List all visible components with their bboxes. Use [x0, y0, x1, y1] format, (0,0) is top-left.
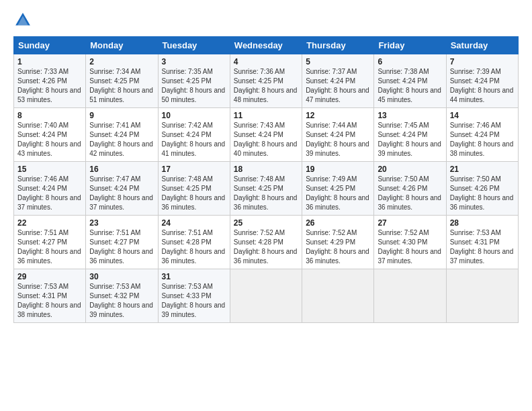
calendar-body: 1 Sunrise: 7:33 AMSunset: 4:26 PMDayligh…: [14, 54, 519, 323]
calendar-cell: 2 Sunrise: 7:34 AMSunset: 4:25 PMDayligh…: [86, 54, 158, 108]
calendar-header-wednesday: Wednesday: [230, 37, 302, 54]
day-number: 31: [162, 272, 226, 281]
day-number: 30: [89, 272, 154, 281]
day-info: Sunrise: 7:46 AMSunset: 4:24 PMDaylight:…: [17, 175, 81, 211]
calendar-cell: 20 Sunrise: 7:50 AMSunset: 4:26 PMDaylig…: [374, 162, 446, 216]
day-number: 20: [378, 165, 442, 174]
day-number: 7: [450, 57, 515, 66]
day-number: 24: [162, 218, 226, 228]
day-info: Sunrise: 7:50 AMSunset: 4:26 PMDaylight:…: [378, 175, 441, 211]
calendar-week-3: 15 Sunrise: 7:46 AMSunset: 4:24 PMDaylig…: [14, 162, 519, 216]
calendar-cell: 1 Sunrise: 7:33 AMSunset: 4:26 PMDayligh…: [14, 54, 86, 108]
day-number: 21: [450, 165, 515, 174]
calendar-cell: 13 Sunrise: 7:45 AMSunset: 4:24 PMDaylig…: [374, 108, 446, 162]
day-info: Sunrise: 7:34 AMSunset: 4:25 PMDaylight:…: [89, 68, 153, 103]
calendar-header-tuesday: Tuesday: [158, 37, 230, 54]
day-number: 26: [306, 218, 370, 228]
day-info: Sunrise: 7:52 AMSunset: 4:30 PMDaylight:…: [378, 229, 441, 265]
logo-icon: [13, 11, 32, 30]
day-number: 2: [89, 57, 154, 66]
day-number: 1: [17, 57, 82, 66]
day-info: Sunrise: 7:46 AMSunset: 4:24 PMDaylight:…: [450, 122, 514, 157]
calendar-cell: 19 Sunrise: 7:49 AMSunset: 4:25 PMDaylig…: [302, 162, 374, 216]
calendar-cell: 26 Sunrise: 7:52 AMSunset: 4:29 PMDaylig…: [302, 216, 374, 269]
day-number: 8: [17, 111, 82, 120]
day-number: 25: [234, 218, 298, 228]
day-info: Sunrise: 7:53 AMSunset: 4:32 PMDaylight:…: [89, 283, 153, 318]
day-number: 11: [234, 111, 298, 120]
calendar-table: SundayMondayTuesdayWednesdayThursdayFrid…: [13, 36, 519, 323]
day-info: Sunrise: 7:50 AMSunset: 4:26 PMDaylight:…: [450, 175, 514, 211]
day-info: Sunrise: 7:51 AMSunset: 4:28 PMDaylight:…: [162, 229, 226, 265]
day-info: Sunrise: 7:48 AMSunset: 4:25 PMDaylight:…: [162, 175, 226, 211]
day-info: Sunrise: 7:43 AMSunset: 4:24 PMDaylight:…: [234, 122, 298, 157]
day-info: Sunrise: 7:52 AMSunset: 4:28 PMDaylight:…: [234, 229, 298, 265]
calendar-cell: 4 Sunrise: 7:36 AMSunset: 4:25 PMDayligh…: [230, 54, 302, 108]
day-info: Sunrise: 7:49 AMSunset: 4:25 PMDaylight:…: [306, 175, 369, 211]
calendar-cell: 23 Sunrise: 7:51 AMSunset: 4:27 PMDaylig…: [86, 216, 158, 269]
day-number: 22: [17, 218, 82, 228]
calendar-cell: 5 Sunrise: 7:37 AMSunset: 4:24 PMDayligh…: [302, 54, 374, 108]
day-info: Sunrise: 7:45 AMSunset: 4:24 PMDaylight:…: [378, 122, 441, 157]
day-info: Sunrise: 7:36 AMSunset: 4:25 PMDaylight:…: [234, 68, 298, 103]
day-number: 13: [378, 111, 442, 120]
calendar-cell: 15 Sunrise: 7:46 AMSunset: 4:24 PMDaylig…: [14, 162, 86, 216]
calendar-cell: 17 Sunrise: 7:48 AMSunset: 4:25 PMDaylig…: [158, 162, 230, 216]
calendar-header-row: SundayMondayTuesdayWednesdayThursdayFrid…: [14, 37, 519, 54]
calendar-cell: 24 Sunrise: 7:51 AMSunset: 4:28 PMDaylig…: [158, 216, 230, 269]
day-number: 15: [17, 165, 82, 174]
calendar-header-sunday: Sunday: [14, 37, 86, 54]
calendar-cell: 21 Sunrise: 7:50 AMSunset: 4:26 PMDaylig…: [446, 162, 518, 216]
logo: [13, 11, 35, 30]
day-number: 3: [162, 57, 226, 66]
calendar-cell: 12 Sunrise: 7:44 AMSunset: 4:24 PMDaylig…: [302, 108, 374, 162]
calendar-cell: 29 Sunrise: 7:53 AMSunset: 4:31 PMDaylig…: [14, 269, 86, 323]
day-info: Sunrise: 7:41 AMSunset: 4:24 PMDaylight:…: [89, 122, 153, 157]
calendar-cell: 16 Sunrise: 7:47 AMSunset: 4:24 PMDaylig…: [86, 162, 158, 216]
day-number: 28: [450, 218, 515, 228]
calendar-cell: 7 Sunrise: 7:39 AMSunset: 4:24 PMDayligh…: [446, 54, 518, 108]
calendar-cell: [374, 269, 446, 323]
day-number: 5: [306, 57, 370, 66]
day-info: Sunrise: 7:51 AMSunset: 4:27 PMDaylight:…: [89, 229, 153, 265]
day-number: 27: [378, 218, 442, 228]
header: [13, 11, 519, 30]
calendar-cell: 8 Sunrise: 7:40 AMSunset: 4:24 PMDayligh…: [14, 108, 86, 162]
day-info: Sunrise: 7:53 AMSunset: 4:31 PMDaylight:…: [17, 283, 81, 318]
calendar-cell: 3 Sunrise: 7:35 AMSunset: 4:25 PMDayligh…: [158, 54, 230, 108]
calendar-header-friday: Friday: [374, 37, 446, 54]
calendar-header-thursday: Thursday: [302, 37, 374, 54]
calendar-cell: 25 Sunrise: 7:52 AMSunset: 4:28 PMDaylig…: [230, 216, 302, 269]
calendar-cell: 6 Sunrise: 7:38 AMSunset: 4:24 PMDayligh…: [374, 54, 446, 108]
calendar-header-saturday: Saturday: [446, 37, 518, 54]
day-info: Sunrise: 7:35 AMSunset: 4:25 PMDaylight:…: [162, 68, 226, 103]
day-number: 19: [306, 165, 370, 174]
calendar-cell: 30 Sunrise: 7:53 AMSunset: 4:32 PMDaylig…: [86, 269, 158, 323]
calendar-cell: 9 Sunrise: 7:41 AMSunset: 4:24 PMDayligh…: [86, 108, 158, 162]
day-info: Sunrise: 7:42 AMSunset: 4:24 PMDaylight:…: [162, 122, 226, 157]
calendar-cell: 27 Sunrise: 7:52 AMSunset: 4:30 PMDaylig…: [374, 216, 446, 269]
day-number: 12: [306, 111, 370, 120]
calendar-week-5: 29 Sunrise: 7:53 AMSunset: 4:31 PMDaylig…: [14, 269, 519, 323]
day-info: Sunrise: 7:53 AMSunset: 4:33 PMDaylight:…: [162, 283, 226, 318]
calendar-cell: [302, 269, 374, 323]
day-number: 17: [162, 165, 226, 174]
day-number: 4: [234, 57, 298, 66]
day-number: 29: [17, 272, 82, 281]
calendar-cell: [446, 269, 518, 323]
calendar-week-1: 1 Sunrise: 7:33 AMSunset: 4:26 PMDayligh…: [14, 54, 519, 108]
calendar-cell: 22 Sunrise: 7:51 AMSunset: 4:27 PMDaylig…: [14, 216, 86, 269]
page: SundayMondayTuesdayWednesdayThursdayFrid…: [0, 0, 532, 411]
day-info: Sunrise: 7:38 AMSunset: 4:24 PMDaylight:…: [378, 68, 441, 103]
calendar-week-4: 22 Sunrise: 7:51 AMSunset: 4:27 PMDaylig…: [14, 216, 519, 269]
calendar-week-2: 8 Sunrise: 7:40 AMSunset: 4:24 PMDayligh…: [14, 108, 519, 162]
calendar-cell: 10 Sunrise: 7:42 AMSunset: 4:24 PMDaylig…: [158, 108, 230, 162]
day-info: Sunrise: 7:47 AMSunset: 4:24 PMDaylight:…: [89, 175, 153, 211]
day-info: Sunrise: 7:40 AMSunset: 4:24 PMDaylight:…: [17, 122, 81, 157]
day-number: 14: [450, 111, 515, 120]
day-info: Sunrise: 7:33 AMSunset: 4:26 PMDaylight:…: [17, 68, 81, 103]
calendar-cell: 28 Sunrise: 7:53 AMSunset: 4:31 PMDaylig…: [446, 216, 518, 269]
day-number: 6: [378, 57, 442, 66]
day-info: Sunrise: 7:48 AMSunset: 4:25 PMDaylight:…: [234, 175, 298, 211]
day-number: 23: [89, 218, 154, 228]
